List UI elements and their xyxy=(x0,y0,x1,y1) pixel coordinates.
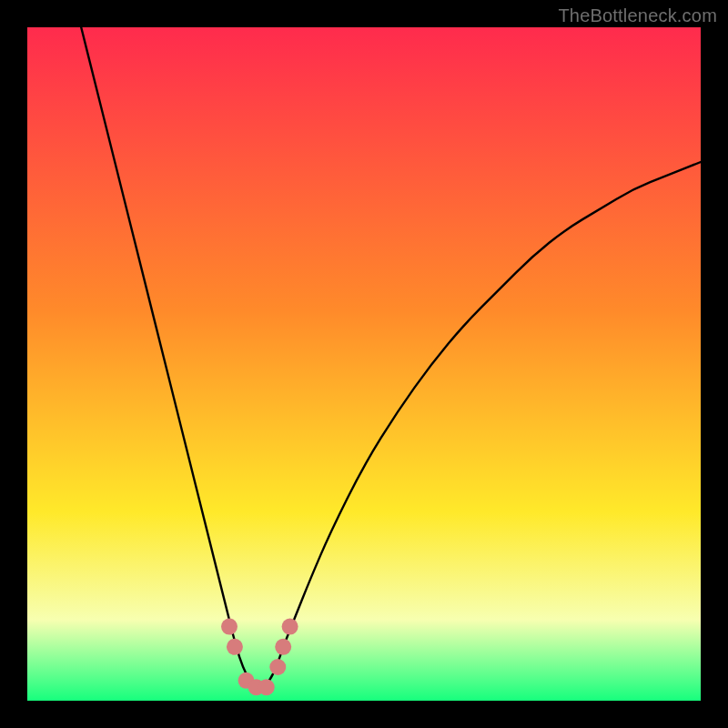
highlight-marker xyxy=(269,659,286,675)
highlight-marker xyxy=(275,639,291,655)
highlight-marker xyxy=(221,619,238,635)
bottleneck-curve xyxy=(81,27,701,687)
highlight-markers xyxy=(221,619,298,696)
highlight-marker xyxy=(282,619,298,635)
curve-layer xyxy=(27,27,701,701)
plot-area xyxy=(27,27,701,701)
highlight-marker xyxy=(258,679,275,695)
outer-frame: TheBottleneck.com xyxy=(0,0,728,728)
watermark-text: TheBottleneck.com xyxy=(558,5,717,26)
highlight-marker xyxy=(227,639,243,655)
